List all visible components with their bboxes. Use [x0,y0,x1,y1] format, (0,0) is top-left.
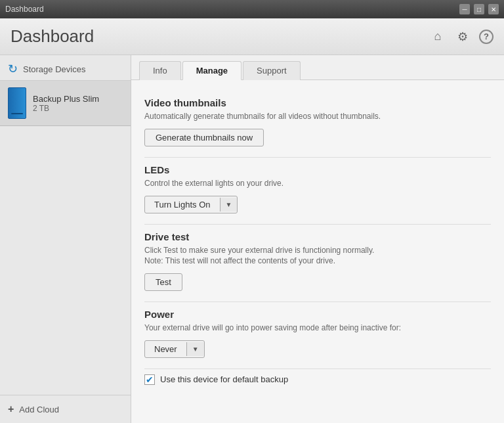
power-dropdown[interactable]: Never ▼ [144,340,205,358]
maximize-button[interactable]: □ [474,4,484,14]
settings-icon[interactable]: ⚙ [454,28,471,45]
tab-info[interactable]: Info [139,61,181,80]
video-thumbnails-section: Video thumbnails Automatically generate … [144,97,491,158]
tab-manage[interactable]: Manage [182,61,242,80]
power-section: Power Your external drive will go into p… [144,309,491,369]
sidebar: ↻ Storage Devices Backup Plus Slim 2 TB … [0,55,131,423]
main-content: ↻ Storage Devices Backup Plus Slim 2 TB … [0,55,504,423]
header-icons: ⌂ ⚙ ? [429,28,494,45]
tab-support[interactable]: Support [243,61,301,80]
leds-dropdown-arrow: ▼ [220,198,238,212]
video-thumbnails-desc: Automatically generate thumbnails for al… [144,111,491,122]
drive-test-section: Drive test Click Test to make sure your … [144,231,491,303]
device-info: Backup Plus Slim 2 TB [33,94,99,113]
leds-section: LEDs Control the external lights on your… [144,164,491,225]
device-item[interactable]: Backup Plus Slim 2 TB [0,81,131,126]
titlebar-title: Dashboard [5,5,44,14]
content-panel: Info Manage Support Video thumbnails Aut… [131,55,504,423]
titlebar-controls: ─ □ ✕ [459,4,499,14]
power-dropdown-arrow: ▼ [186,342,204,356]
drive-test-button[interactable]: Test [144,273,182,291]
power-dropdown-label: Never [145,341,186,357]
leds-desc: Control the external lights on your driv… [144,178,491,189]
leds-title: LEDs [144,164,491,175]
close-button[interactable]: ✕ [488,4,499,14]
titlebar: Dashboard ─ □ ✕ [0,0,504,18]
drive-test-title: Drive test [144,231,491,242]
power-title: Power [144,309,491,320]
help-icon[interactable]: ? [479,30,494,44]
tab-bar: Info Manage Support [131,55,504,80]
leds-dropdown[interactable]: Turn Lights On ▼ [144,196,238,213]
device-drive-icon [8,87,26,119]
app-header: Dashboard ⌂ ⚙ ? [0,18,504,55]
default-backup-label: Use this device for default backup [160,374,288,384]
video-thumbnails-title: Video thumbnails [144,97,491,108]
device-name: Backup Plus Slim [33,94,99,104]
drive-test-desc: Click Test to make sure your external dr… [144,245,491,267]
sidebar-storage-section: ↻ Storage Devices [0,55,131,81]
minimize-button[interactable]: ─ [459,4,470,14]
power-desc: Your external drive will go into power s… [144,323,491,334]
add-cloud-label: Add Cloud [19,405,59,414]
device-size: 2 TB [33,104,99,113]
leds-dropdown-label: Turn Lights On [145,196,220,213]
manage-panel: Video thumbnails Automatically generate … [131,80,504,423]
add-cloud-button[interactable]: + Add Cloud [0,395,131,423]
generate-thumbnails-button[interactable]: Generate thumbnails now [144,129,264,146]
add-cloud-icon: + [8,403,14,415]
default-backup-row: ✔ Use this device for default backup [144,374,491,385]
storage-section-label: Storage Devices [23,64,85,74]
storage-icon: ↻ [8,62,18,76]
app-title: Dashboard [10,26,94,47]
default-backup-checkbox[interactable]: ✔ [144,374,155,385]
home-icon[interactable]: ⌂ [429,28,446,45]
